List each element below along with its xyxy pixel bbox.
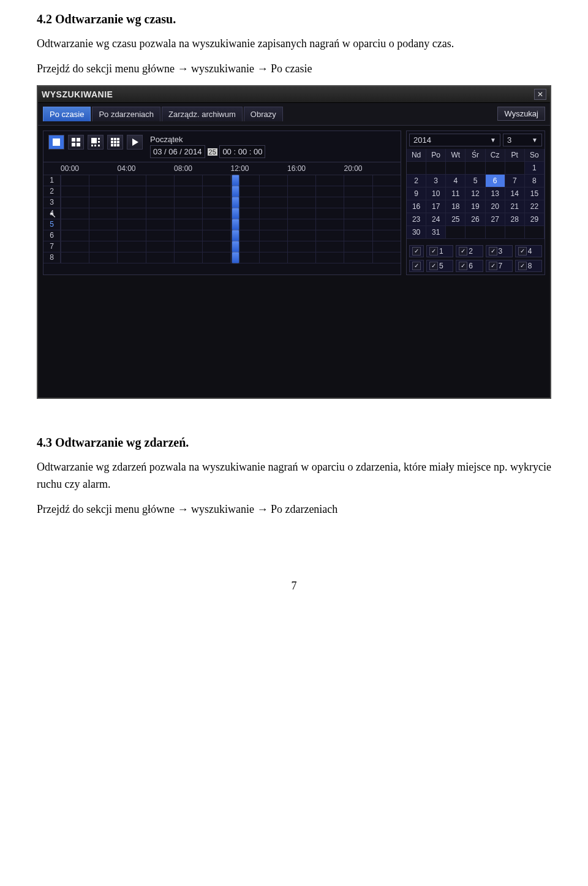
calendar-day[interactable]: 30	[407, 226, 426, 239]
channel-checkbox-6[interactable]: 6	[456, 260, 483, 272]
checkbox-icon	[518, 247, 527, 256]
dow-label: Śr	[466, 149, 485, 162]
dow-label: Po	[426, 149, 446, 162]
timeline-row[interactable]: 6	[43, 230, 401, 241]
svg-rect-11	[111, 138, 113, 140]
start-date-input[interactable]: 03 / 06 / 2014	[150, 145, 205, 158]
row-label: 8	[43, 252, 61, 263]
calendar-day-selected[interactable]: 6	[486, 175, 505, 187]
channel-select-all-2[interactable]	[409, 260, 424, 272]
calendar-day[interactable]: 5	[466, 175, 485, 187]
calendar-day[interactable]: 19	[466, 200, 485, 213]
calendar-dow-header: Nd Po Wt Śr Cz Pt So	[407, 149, 545, 162]
svg-rect-10	[98, 145, 100, 146]
checkbox-icon	[459, 262, 467, 270]
calendar-day[interactable]: 17	[426, 200, 446, 213]
channel-checkbox-8[interactable]: 8	[515, 260, 542, 272]
calendar-day[interactable]: 9	[407, 187, 426, 200]
view-1+5-button[interactable]	[88, 135, 104, 150]
close-icon: ✕	[537, 90, 543, 99]
channel-checkbox-7[interactable]: 7	[486, 260, 513, 272]
calendar-day[interactable]: 24	[426, 213, 446, 226]
channel-checkbox-2[interactable]: 2	[456, 245, 483, 257]
channel-checkbox-3[interactable]: 3	[486, 245, 513, 257]
calendar-day[interactable]: 12	[466, 187, 485, 200]
timeline-row[interactable]: 4	[43, 208, 401, 219]
dow-label: Wt	[446, 149, 466, 162]
calendar-day[interactable]: 10	[426, 187, 446, 200]
svg-rect-3	[72, 143, 75, 146]
tab-archive-mgmt[interactable]: Zarządz. archiwum	[162, 107, 243, 121]
year-select[interactable]: 2014 ▼	[409, 134, 500, 146]
timeline-row[interactable]: 8	[43, 252, 401, 263]
tab-by-time[interactable]: Po czasie	[43, 107, 91, 121]
timeline-row[interactable]: 5	[43, 219, 401, 230]
calendar-day[interactable]: 27	[486, 213, 505, 226]
svg-rect-2	[77, 138, 80, 142]
calendar-day[interactable]: 11	[446, 187, 466, 200]
paragraph: Odtwarzanie wg czasu pozwala na wyszukiw…	[37, 35, 551, 53]
month-select[interactable]: 3 ▼	[503, 134, 542, 146]
calendar-day[interactable]: 23	[407, 213, 426, 226]
calendar-day[interactable]: 21	[505, 200, 525, 213]
timeline-row[interactable]: 1	[43, 175, 401, 186]
calendar-day[interactable]: 20	[486, 200, 505, 213]
titlebar: WYSZUKIWANIE ✕	[38, 86, 550, 103]
calendar-day[interactable]: 2	[407, 175, 426, 187]
search-button[interactable]: Wyszukaj	[497, 107, 545, 121]
svg-rect-5	[91, 138, 97, 143]
paragraph: Przejdź do sekcji menu główne → wyszukiw…	[37, 501, 551, 518]
timeline-rows: 1 2 3 4	[43, 175, 401, 263]
calendar-day[interactable]: 26	[466, 213, 485, 226]
calendar-day[interactable]: 31	[426, 226, 446, 239]
timeline-row[interactable]: 3	[43, 197, 401, 208]
row-label: 4	[43, 208, 61, 219]
grid1p5-icon	[91, 137, 100, 147]
channel-checkbox-4[interactable]: 4	[515, 245, 542, 257]
hour-label: 00:00	[61, 162, 118, 175]
checkbox-icon	[412, 262, 421, 270]
calendar-day[interactable]: 18	[446, 200, 466, 213]
channel-select-all-1[interactable]	[409, 245, 424, 257]
tab-images[interactable]: Obrazy	[244, 107, 283, 121]
date-day-spinner[interactable]: 25	[208, 148, 217, 156]
search-window: WYSZUKIWANIE ✕ Po czasie Po zdarzeniach …	[37, 85, 551, 399]
channel-checkbox-1[interactable]: 1	[426, 245, 453, 257]
tab-by-event[interactable]: Po zdarzeniach	[92, 107, 160, 121]
svg-rect-18	[114, 144, 116, 146]
checkbox-icon	[429, 262, 438, 270]
calendar-day[interactable]: 28	[505, 213, 525, 226]
timeline-hours-header: 00:00 04:00 08:00 12:00 16:00 20:00	[43, 162, 401, 175]
row-label: 7	[43, 241, 61, 252]
calendar-day[interactable]: 8	[525, 175, 545, 187]
start-date-value: 03 / 06 / 2014	[153, 147, 202, 156]
svg-marker-20	[132, 138, 138, 146]
calendar-day[interactable]: 16	[407, 200, 426, 213]
dow-label: Nd	[407, 149, 426, 162]
calendar-day[interactable]: 7	[505, 175, 525, 187]
play-button[interactable]	[127, 135, 143, 150]
calendar-day[interactable]: 1	[525, 162, 545, 175]
svg-rect-7	[98, 141, 100, 143]
calendar-day[interactable]: 29	[525, 213, 545, 226]
channel-checkbox-5[interactable]: 5	[426, 260, 453, 272]
svg-rect-6	[98, 138, 100, 140]
calendar-day[interactable]: 14	[505, 187, 525, 200]
view-2x2-button[interactable]	[68, 135, 84, 150]
view-1x1-button[interactable]	[48, 135, 64, 150]
calendar-empty	[466, 162, 485, 175]
calendar-day[interactable]: 25	[446, 213, 466, 226]
calendar-day[interactable]: 13	[486, 187, 505, 200]
start-block: Początek 03 / 06 / 2014 25 00 : 00 : 00	[150, 135, 265, 158]
calendar-day[interactable]: 15	[525, 187, 545, 200]
calendar-day[interactable]: 22	[525, 200, 545, 213]
section-heading-1: 4.2 Odtwarzanie wg czasu.	[37, 12, 551, 26]
close-button[interactable]: ✕	[534, 89, 546, 100]
svg-rect-19	[117, 144, 119, 146]
calendar-day[interactable]: 4	[446, 175, 466, 187]
timeline-row[interactable]: 7	[43, 241, 401, 252]
timeline-row[interactable]: 2	[43, 186, 401, 197]
calendar-day[interactable]: 3	[426, 175, 446, 187]
view-3x3-button[interactable]	[107, 135, 123, 150]
start-time-input[interactable]: 00 : 00 : 00	[219, 145, 265, 158]
